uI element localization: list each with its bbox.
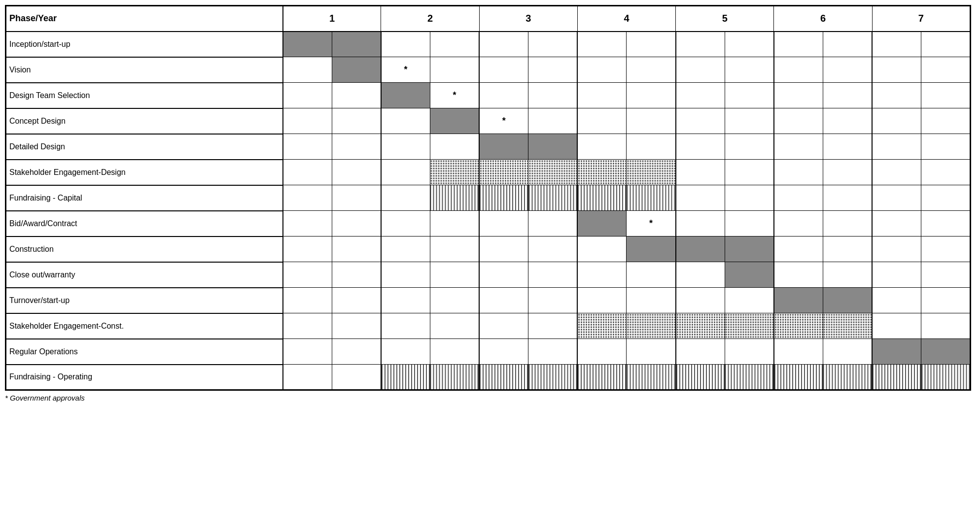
gantt-cell: [479, 365, 528, 390]
gantt-cell: [921, 185, 971, 211]
gantt-cell: [381, 237, 430, 262]
gantt-cell: [332, 83, 381, 108]
gantt-cell: [823, 185, 872, 211]
gantt-cell: [872, 237, 921, 262]
gantt-cell: [381, 32, 430, 57]
gantt-cell: [381, 83, 430, 108]
gantt-cell: [528, 160, 578, 185]
gantt-cell: [283, 57, 332, 83]
gantt-cell: [332, 237, 381, 262]
gantt-cell: [823, 313, 872, 339]
gantt-cell: [381, 134, 430, 160]
gantt-cell: [528, 262, 578, 288]
gantt-cell: [627, 288, 676, 313]
gantt-cell: [872, 365, 921, 390]
gantt-cell: [872, 185, 921, 211]
gantt-cell: [676, 339, 725, 365]
gantt-cell: [725, 288, 774, 313]
gantt-cell: [479, 83, 528, 108]
gantt-cell: [528, 339, 578, 365]
asterisk-marker: *: [480, 108, 528, 134]
gantt-cell: [725, 32, 774, 57]
gantt-cell: [381, 185, 430, 211]
gantt-cell: [381, 313, 430, 339]
gantt-cell: [332, 32, 381, 57]
gantt-cell: [774, 160, 823, 185]
gantt-cell: [676, 83, 725, 108]
gantt-cell: [627, 108, 676, 134]
gantt-cell: [577, 57, 627, 83]
gantt-cell: [921, 32, 971, 57]
gantt-cell: [283, 288, 332, 313]
gantt-cell: [725, 237, 774, 262]
phase-label: Construction: [6, 237, 283, 262]
gantt-cell: [430, 108, 479, 134]
gantt-cell: [676, 237, 725, 262]
gantt-cell: [381, 160, 430, 185]
gantt-cell: [725, 339, 774, 365]
gantt-cell: [872, 83, 921, 108]
gantt-cell: [921, 288, 971, 313]
gantt-cell: [921, 57, 971, 83]
gantt-cell: [774, 57, 823, 83]
gantt-cell: [479, 339, 528, 365]
gantt-cell: [332, 108, 381, 134]
gantt-cell: [479, 288, 528, 313]
gantt-cell: [283, 32, 332, 57]
year-7-header: 7: [872, 6, 970, 32]
gantt-cell: [627, 339, 676, 365]
gantt-cell: [872, 108, 921, 134]
gantt-cell: [676, 108, 725, 134]
gantt-cell: [332, 160, 381, 185]
gantt-cell: [528, 185, 578, 211]
asterisk-marker: *: [430, 83, 479, 108]
gantt-cell: [430, 237, 479, 262]
gantt-cell: [823, 160, 872, 185]
gantt-cell: [774, 32, 823, 57]
table-row: Stakeholder Engagement-Design: [6, 160, 971, 185]
gantt-cell: [872, 134, 921, 160]
gantt-cell: [283, 339, 332, 365]
gantt-cell: [774, 288, 823, 313]
gantt-cell: [774, 211, 823, 237]
year-3-header: 3: [479, 6, 577, 32]
gantt-cell: [479, 313, 528, 339]
phase-label: Stakeholder Engagement-Const.: [6, 313, 283, 339]
gantt-cell: [528, 237, 578, 262]
gantt-cell: [283, 237, 332, 262]
gantt-cell: [283, 211, 332, 237]
gantt-cell: [774, 237, 823, 262]
gantt-cell: [823, 32, 872, 57]
gantt-cell: [479, 134, 528, 160]
table-row: Bid/Award/Contract*: [6, 211, 971, 237]
gantt-cell: [921, 313, 971, 339]
phase-label: Close out/warranty: [6, 262, 283, 288]
gantt-cell: [283, 365, 332, 390]
gantt-cell: [381, 288, 430, 313]
gantt-cell: [577, 185, 627, 211]
gantt-cell: [725, 83, 774, 108]
gantt-cell: [528, 134, 578, 160]
asterisk-marker: *: [382, 57, 430, 82]
gantt-cell: [872, 211, 921, 237]
gantt-cell: [676, 288, 725, 313]
gantt-cell: [627, 262, 676, 288]
gantt-cell: [774, 185, 823, 211]
gantt-cell: [627, 313, 676, 339]
gantt-cell: [872, 262, 921, 288]
gantt-cell: [577, 365, 627, 390]
gantt-cell: [479, 185, 528, 211]
gantt-cell: [430, 134, 479, 160]
table-row: Fundraising - Capital: [6, 185, 971, 211]
gantt-cell: [479, 32, 528, 57]
year-1-header: 1: [283, 6, 381, 32]
gantt-cell: [676, 211, 725, 237]
gantt-cell: [332, 211, 381, 237]
footnote: * Government approvals: [5, 394, 971, 402]
gantt-cell: [921, 134, 971, 160]
gantt-cell: [676, 365, 725, 390]
gantt-cell: [823, 365, 872, 390]
gantt-cell: [774, 339, 823, 365]
gantt-cell: [921, 339, 971, 365]
gantt-cell: [479, 160, 528, 185]
